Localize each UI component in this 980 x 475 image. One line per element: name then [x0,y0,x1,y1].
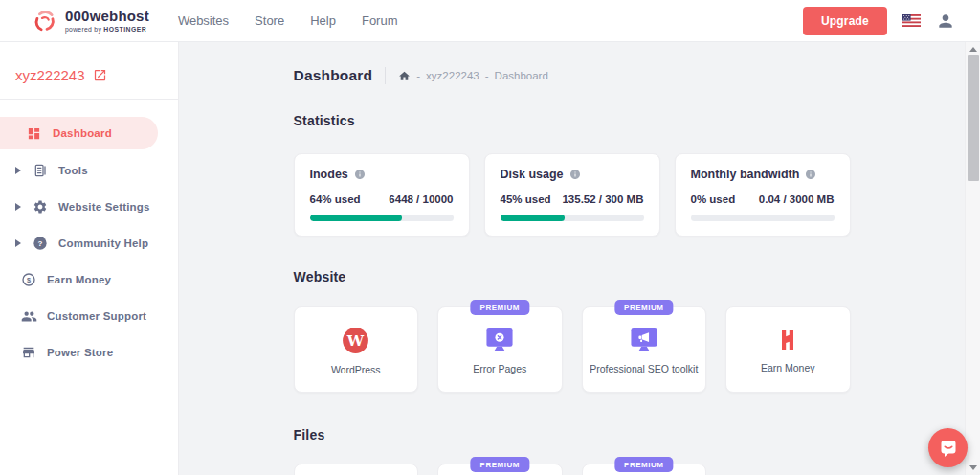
caret-right-icon [14,202,23,212]
brand-text: 000webhost powered by HOSTINGER [65,9,149,33]
sidebar-item-earn-money[interactable]: $ Earn Money [0,261,178,298]
app-card-wordpress[interactable]: W WordPress [294,306,419,393]
sidebar-item-customer-support[interactable]: Customer Support [0,298,178,334]
help-icon: ? [33,236,49,252]
sidebar-item-tools[interactable]: Tools [0,152,178,189]
site-name: xyz222243 [15,67,85,83]
website-heading: Website [294,269,851,284]
brand-logo[interactable]: 000webhost powered by HOSTINGER [32,8,149,34]
breadcrumb-site: xyz222243 [426,70,479,81]
files-heading: Files [294,427,851,442]
000webhost-dashboard: 000webhost powered by HOSTINGER Websites… [0,0,980,475]
nav-link-forum[interactable]: Forum [362,13,398,28]
user-icon [936,11,955,31]
nav-link-websites[interactable]: Websites [178,13,229,28]
stat-value: 6448 / 10000 [389,193,453,205]
external-link-icon [93,68,107,82]
error-pages-icon [482,326,517,355]
breadcrumb-separator: - [416,70,420,81]
stat-card-disk-usage: Disk usage 45% used 135.52 / 300 MB [484,153,660,237]
stat-value: 135.52 / 300 MB [562,193,643,205]
sidebar-item-label: Website Settings [58,201,150,213]
stat-used-label: 64% used [310,193,361,205]
app-card-label: Error Pages [473,363,526,374]
seo-toolkit-icon [627,326,661,355]
chat-icon [938,438,959,459]
main-content: Dashboard - xyz222243 - Dashboard Statis… [179,42,965,475]
home-icon[interactable] [398,70,411,82]
caret-right-icon [14,238,23,248]
sidebar-item-label: Customer Support [47,310,146,322]
sidebar-item-community-help[interactable]: ? Community Help [0,225,178,261]
premium-badge: PREMIUM [614,457,673,472]
svg-text:$: $ [27,276,31,284]
top-nav-links: Websites Store Help Forum [178,13,398,28]
scroll-up-arrow[interactable] [969,47,977,52]
website-cards: W WordPress PREMIUM Error Pages PREMI [294,306,851,393]
live-chat-button[interactable] [928,428,968,467]
app-card-label: Professional SEO toolkit [590,363,698,374]
brand-tagline: powered by HOSTINGER [65,26,149,33]
page-title: Dashboard [294,67,373,84]
dashboard-icon [27,125,43,142]
sidebar: xyz222243 Dashboard [0,42,179,475]
hostinger-h-icon [773,326,802,354]
file-card[interactable]: PREMIUM [582,464,707,475]
brand-name: 000webhost [65,9,149,23]
premium-badge: PREMIUM [471,457,529,472]
sidebar-item-power-store[interactable]: Power Store [0,334,178,371]
wordpress-icon: W [340,325,371,356]
vertical-scrollbar[interactable] [965,42,980,475]
app-card-earn-money[interactable]: Earn Money [725,306,851,393]
file-card[interactable] [294,464,419,475]
info-icon[interactable] [805,169,816,180]
000webhost-swirl-icon [32,8,57,34]
premium-badge: PREMIUM [471,300,529,315]
header-divider [385,67,386,84]
nav-link-help[interactable]: Help [310,13,336,28]
nav-link-store[interactable]: Store [255,13,284,28]
gear-icon [33,199,49,215]
premium-badge: PREMIUM [614,300,673,315]
scroll-down-arrow[interactable] [969,465,977,470]
dollar-icon: $ [21,272,37,288]
app-card-error-pages[interactable]: PREMIUM Error Pages [437,306,563,393]
sidebar-item-dashboard[interactable]: Dashboard [0,117,158,149]
stat-title: Monthly bandwidth [691,168,800,181]
sidebar-item-label: Dashboard [53,127,112,139]
svg-text:W: W [346,331,365,350]
breadcrumb-separator: - [485,70,489,81]
user-account-button[interactable] [936,11,957,32]
sidebar-item-label: Tools [58,165,88,176]
caret-right-icon [14,166,23,175]
breadcrumb: - xyz222243 - Dashboard [398,70,548,82]
progress-fill [310,215,402,221]
stat-title: Disk usage [501,168,564,181]
sidebar-item-label: Community Help [58,238,148,249]
top-navbar: 000webhost powered by HOSTINGER Websites… [0,0,980,42]
progress-fill [501,215,566,221]
progress-track [310,215,454,221]
info-icon[interactable] [354,169,366,180]
scrollbar-thumb[interactable] [968,55,979,181]
statistics-heading: Statistics [294,113,851,128]
breadcrumb-page: Dashboard [495,70,548,81]
app-card-seo-toolkit[interactable]: PREMIUM Professional SEO toolkit [582,306,707,393]
people-icon [21,308,37,325]
storefront-icon [21,345,37,361]
sidebar-item-label: Earn Money [47,274,111,285]
stat-used-label: 0% used [691,193,736,205]
statistics-cards: Inodes 64% used 6448 / 10000 Disk usage [294,153,851,237]
progress-track [691,215,835,221]
sidebar-item-website-settings[interactable]: Website Settings [0,189,178,225]
upgrade-button[interactable]: Upgrade [803,7,887,35]
stat-title: Inodes [310,168,348,181]
sidebar-menu: Dashboard Tools [0,100,178,371]
site-link[interactable]: xyz222243 [0,42,178,99]
progress-track [501,215,644,221]
file-card[interactable]: PREMIUM [437,464,563,475]
sidebar-item-label: Power Store [47,347,113,358]
us-flag-icon[interactable] [902,14,922,27]
top-nav-right: Upgrade [803,7,957,35]
info-icon[interactable] [569,169,581,180]
